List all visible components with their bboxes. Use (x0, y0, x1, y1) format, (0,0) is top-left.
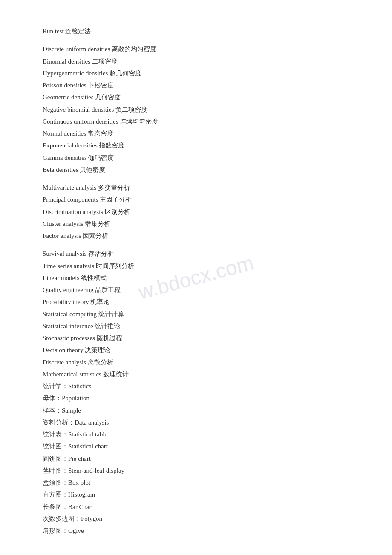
line-bar-chart-zh: 长条图：Bar Chart (43, 501, 349, 512)
line-ogive-zh: 肩形图：Ogive (43, 525, 349, 536)
line-histogram-zh: 直方图：Histogram (43, 489, 349, 500)
line-stat-chart-zh: 统计图：Statistical chart (43, 441, 349, 452)
line-run-test: Run test 连检定法 (43, 26, 349, 37)
line-binomial: Binomial densities 二项密度 (43, 56, 349, 67)
line-discrete-uniform: Discrete uniform densities 离散的均匀密度 (43, 43, 349, 55)
line-geometric: Geometric densities 几何密度 (43, 92, 349, 103)
line-pie-chart-zh: 圆饼图：Pie chart (43, 453, 349, 464)
line-polygon-zh: 次数多边图：Polygon (43, 513, 349, 524)
line-factor: Factor analysis 因素分析 (43, 230, 349, 241)
line-spacer2 (43, 176, 349, 182)
line-survival: Survival analysis 存活分析 (43, 248, 349, 259)
line-time-series: Time series analysis 时间序列分析 (43, 260, 349, 272)
line-decision: Decision theory 决策理论 (43, 344, 349, 356)
line-stem-leaf-zh: 茎叶图：Stem-and-leaf display (43, 465, 349, 476)
line-discrete-analysis: Discrete analysis 离散分析 (43, 357, 349, 368)
line-stat-inference: Statistical inference 统计推论 (43, 321, 349, 332)
line-statistics-zh: 统计学：Statistics (43, 381, 349, 392)
line-normal: Normal densities 常态密度 (43, 128, 349, 139)
line-spacer1 (43, 38, 349, 43)
line-sample-zh: 样本：Sample (43, 405, 349, 416)
line-cluster: Cluster analysis 群集分析 (43, 218, 349, 229)
line-poisson: Poisson densities 卜松密度 (43, 80, 349, 91)
line-box-plot-zh: 盒须图：Box plot (43, 477, 349, 488)
line-stat-table-zh: 统计表：Statistical table (43, 429, 349, 440)
line-linear-models: Linear models 线性模式 (43, 272, 349, 283)
page-container: Run test 连检定法Discrete uniform densities … (0, 0, 392, 555)
line-principal: Principal components 主因子分析 (43, 194, 349, 205)
line-exponential: Exponential densities 指数密度 (43, 140, 349, 151)
line-discrimination: Discrimination analysis 区别分析 (43, 206, 349, 217)
line-multivariate: Multivariate analysis 多变量分析 (43, 182, 349, 193)
line-data-analysis-zh: 资料分析：Data analysis (43, 417, 349, 428)
line-beta: Beta densities 贝他密度 (43, 164, 349, 175)
line-stochastic: Stochastic processes 随机过程 (43, 332, 349, 344)
line-hypergeometric: Hypergeometric densities 超几何密度 (43, 68, 349, 79)
line-quality-eng: Quality engineering 品质工程 (43, 284, 349, 295)
line-spacer3 (43, 242, 349, 248)
line-probability: Probability theory 机率论 (43, 296, 349, 307)
line-continuous-uniform: Continuous uniform densities 连续均匀密度 (43, 116, 349, 127)
line-gamma: Gamma densities 伽玛密度 (43, 152, 349, 163)
line-negative-binomial: Negative binomial densities 负二项密度 (43, 104, 349, 115)
line-math-stats: Mathematical statistics 数理统计 (43, 369, 349, 380)
line-population-zh: 母体：Population (43, 393, 349, 404)
line-stat-computing: Statistical computing 统计计算 (43, 309, 349, 320)
